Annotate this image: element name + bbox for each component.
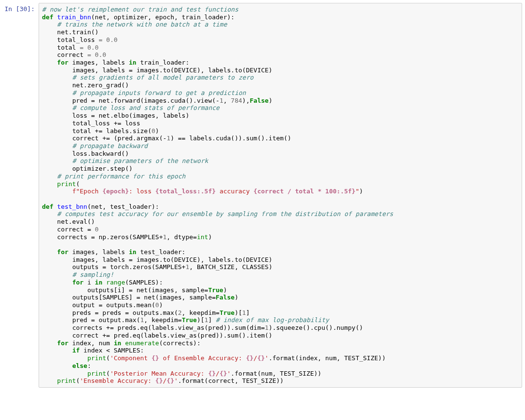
code-line: net.train() <box>57 28 98 36</box>
code-line: total_loss = 0.0 <box>57 36 117 43</box>
keyword-for: for <box>72 279 83 286</box>
code-line: images, labels = images.to(DEVICE), labe… <box>72 256 273 263</box>
t: images, labels <box>69 59 129 66</box>
t: train_loader: <box>137 59 190 66</box>
keyword-in: in <box>114 339 122 347</box>
code-line: images, labels = images.to(DEVICE), labe… <box>72 67 273 74</box>
keyword-in: in <box>129 248 137 256</box>
keyword-for: for <box>57 339 68 347</box>
keyword-else: else <box>72 362 87 369</box>
builtin-print: print <box>87 370 106 377</box>
keyword-in: in <box>95 279 103 286</box>
keyword-if: if <box>72 347 80 354</box>
code-line: net.zero_grad() <box>72 81 129 89</box>
code-line: pred = net.forward(images.cuda().view(-1… <box>72 97 273 104</box>
code-block: # now let's reimplement our train and te… <box>42 6 519 385</box>
code-line: loss.backward() <box>72 150 129 157</box>
code-line: optimizer.step() <box>72 165 133 172</box>
code-line: total = 0.0 <box>57 44 98 51</box>
code-line: outputs[i] = net(images, sample=True) <box>87 286 227 294</box>
code-line: correct = 0 <box>57 226 98 233</box>
code-line: correct = 0.0 <box>57 51 106 58</box>
keyword-for: for <box>57 59 68 66</box>
code-input-area[interactable]: # now let's reimplement our train and te… <box>39 3 522 388</box>
code-line: outputs = torch.zeros(SAMPLES+1, BATCH_S… <box>72 263 273 271</box>
keyword-def: def <box>42 203 53 210</box>
code-line: outputs[SAMPLES] = net(images, sample=Fa… <box>72 294 238 301</box>
comment: # compute loss and stats of performance <box>72 104 220 111</box>
keyword-for: for <box>57 248 68 256</box>
builtin-print: print <box>57 377 76 384</box>
args: (net, test_loader): <box>87 203 159 210</box>
keyword-in: in <box>129 59 137 66</box>
builtin-print: print <box>57 180 76 188</box>
comment: # trains the network with one batch at a… <box>57 21 227 28</box>
comment: # propagate backward <box>72 142 148 149</box>
input-prompt: In [30]: <box>3 3 39 15</box>
code-line: net.eval() <box>57 218 95 225</box>
code-line: loss = net.elbo(images, labels) <box>72 112 190 119</box>
func-name: train_bnn <box>57 14 91 21</box>
code-cell: In [30]: # now let's reimplement our tra… <box>3 3 522 388</box>
comment: # sets gradients of all model parameters… <box>72 74 254 81</box>
code-line: output = outputs.mean(0) <box>72 301 163 309</box>
args: (net, optimizer, epoch, train_loader): <box>91 14 235 21</box>
builtin-print: print <box>87 354 106 362</box>
fstring: f"Epoch {epoch}: loss {total_loss:.5f} a… <box>72 188 359 195</box>
code-line: total_loss += loss <box>72 120 140 127</box>
comment: # computes test accuracy for our ensembl… <box>57 210 393 217</box>
comment: # now let's reimplement our train and te… <box>42 6 238 13</box>
comment: # sampling! <box>72 271 114 278</box>
code-line: total += labels.size(0) <box>72 127 159 135</box>
keyword-def: def <box>42 14 53 21</box>
comment: # optimise parameters of the network <box>72 157 208 164</box>
code-line: correct += (pred.argmax(-1) == labels.cu… <box>72 135 291 142</box>
comment: # propagate inputs forward to get a pred… <box>72 89 246 96</box>
func-name: test_bnn <box>57 203 87 210</box>
code-line: corrects += preds.eq(labels.view_as(pred… <box>72 324 363 331</box>
code-line: pred = output.max(1, keepdim=True)[1] # … <box>72 316 329 324</box>
code-line: corrects = np.zeros(SAMPLES+1, dtype=int… <box>57 233 212 241</box>
code-line: preds = preds = outputs.max(2, keepdim=T… <box>72 309 250 316</box>
comment: # print performance for this epoch <box>57 173 185 180</box>
code-line: correct += pred.eq(labels.view_as(pred))… <box>72 332 273 339</box>
